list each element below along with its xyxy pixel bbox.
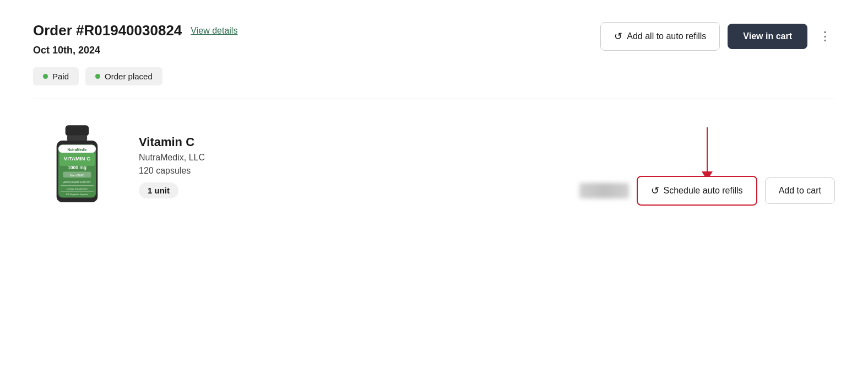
svg-rect-0 bbox=[66, 125, 89, 136]
add-all-refills-label: Add all to auto refills bbox=[627, 31, 706, 41]
product-section: NutraMedix VITAMIN C 1000 mg Non-GMO ANT… bbox=[33, 117, 835, 216]
product-brand: NutraMedix, LLC bbox=[139, 153, 579, 163]
svg-rect-13 bbox=[61, 185, 94, 186]
product-quantity-badge: 1 unit bbox=[139, 182, 178, 198]
order-number: Order #R01940030824 bbox=[33, 22, 182, 39]
product-info: Vitamin C NutraMedix, LLC 120 capsules 1… bbox=[139, 135, 579, 198]
order-date: Oct 10th, 2024 bbox=[33, 45, 237, 56]
product-right: ↻ Schedule auto refills Add to cart bbox=[579, 127, 835, 206]
order-placed-badge: Order placed bbox=[85, 67, 162, 85]
add-to-cart-button[interactable]: Add to cart bbox=[765, 177, 835, 204]
schedule-refills-label: Schedule auto refills bbox=[664, 186, 743, 196]
arrow-and-buttons: ↻ Schedule auto refills Add to cart bbox=[579, 127, 835, 206]
svg-rect-15 bbox=[61, 191, 94, 192]
paid-badge: Paid bbox=[33, 67, 79, 85]
order-placed-dot bbox=[95, 74, 100, 79]
product-name: Vitamin C bbox=[139, 135, 579, 149]
svg-text:1000 mg: 1000 mg bbox=[68, 165, 86, 170]
product-variant: 120 capsules bbox=[139, 166, 579, 176]
add-all-refills-button[interactable]: ↻ Add all to auto refills bbox=[600, 22, 720, 51]
view-in-cart-label: View in cart bbox=[743, 31, 792, 41]
paid-label: Paid bbox=[52, 72, 69, 81]
refresh-icon-schedule: ↻ bbox=[651, 185, 659, 197]
view-details-link[interactable]: View details bbox=[191, 26, 237, 36]
more-options-button[interactable]: ⋮ bbox=[815, 26, 835, 46]
order-header: Order #R01940030824 View details Oct 10t… bbox=[33, 22, 835, 56]
product-price-blurred bbox=[579, 183, 629, 198]
product-image: NutraMedix VITAMIN C 1000 mg Non-GMO ANT… bbox=[33, 117, 121, 216]
more-options-icon: ⋮ bbox=[819, 29, 831, 44]
product-bottle-svg: NutraMedix VITAMIN C 1000 mg Non-GMO ANT… bbox=[44, 122, 110, 211]
svg-text:VITAMIN C: VITAMIN C bbox=[64, 155, 90, 162]
svg-rect-1 bbox=[67, 135, 87, 141]
svg-text:NutraMedix: NutraMedix bbox=[68, 148, 87, 152]
order-title-row: Order #R01940030824 View details bbox=[33, 22, 237, 39]
svg-text:Dietary Supplement: Dietary Supplement bbox=[67, 187, 88, 190]
svg-text:ANTIOXIDANT SUPPORT: ANTIOXIDANT SUPPORT bbox=[63, 181, 91, 184]
product-buttons-row: ↻ Schedule auto refills Add to cart bbox=[579, 176, 835, 206]
order-placed-label: Order placed bbox=[105, 72, 153, 81]
svg-text:Non-GMO: Non-GMO bbox=[70, 174, 85, 177]
schedule-auto-refills-button[interactable]: ↻ Schedule auto refills bbox=[637, 176, 757, 206]
svg-text:120 Vegetable Capsules: 120 Vegetable Capsules bbox=[66, 193, 88, 196]
order-header-left: Order #R01940030824 View details Oct 10t… bbox=[33, 22, 237, 56]
order-header-right: ↻ Add all to auto refills View in cart ⋮ bbox=[600, 22, 835, 51]
section-divider bbox=[33, 99, 835, 99]
arrow-line bbox=[707, 127, 708, 171]
status-row: Paid Order placed bbox=[33, 67, 835, 85]
product-left: NutraMedix VITAMIN C 1000 mg Non-GMO ANT… bbox=[33, 117, 579, 216]
annotation-arrow bbox=[702, 127, 713, 180]
add-to-cart-label: Add to cart bbox=[779, 186, 821, 196]
page-container: Order #R01940030824 View details Oct 10t… bbox=[0, 0, 868, 238]
view-in-cart-button[interactable]: View in cart bbox=[728, 24, 807, 49]
paid-dot bbox=[43, 74, 48, 79]
refresh-icon: ↻ bbox=[614, 30, 622, 42]
